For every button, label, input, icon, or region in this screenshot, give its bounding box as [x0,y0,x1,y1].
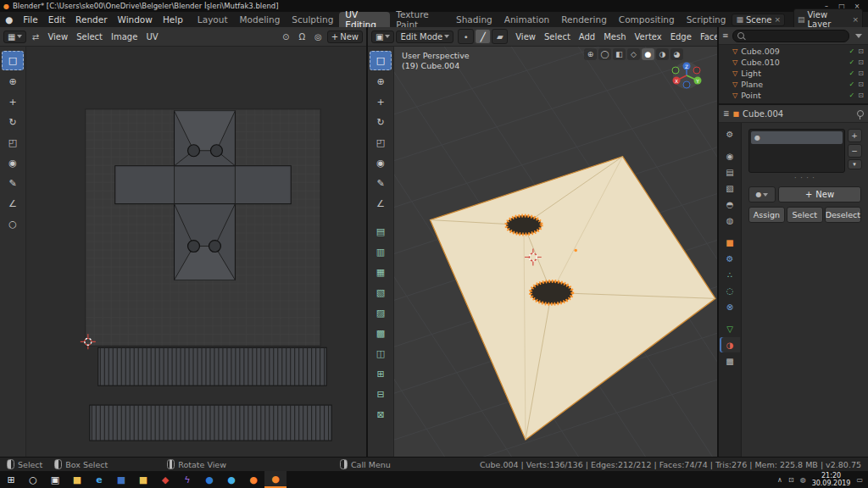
tool-extrude[interactable]: ▤ [370,223,391,241]
app-blue-icon[interactable]: ■ [110,471,132,488]
menu-file[interactable]: File [18,12,43,27]
uv-tool-scale[interactable]: ◰ [3,134,23,152]
viewport-canvas[interactable] [394,47,717,458]
menu-edit[interactable]: Edit [43,12,70,27]
hole-1[interactable] [506,216,541,235]
tab-render[interactable]: ◉ [720,148,740,164]
tab-texture[interactable]: ▩ [720,353,740,369]
tab-shading[interactable]: Shading [450,12,498,27]
edge-browser-icon[interactable]: e [88,471,110,488]
shading-material-icon[interactable]: ◑ [656,48,669,60]
tool-move[interactable]: + [370,93,391,111]
menu-help[interactable]: Help [158,12,188,27]
slot-specials-button[interactable]: ▾ [848,159,862,169]
uv-menu-image[interactable]: Image [108,32,141,42]
checkbox-icon[interactable]: ✓ [849,92,855,99]
start-button[interactable]: ⊞ [0,471,22,488]
uv-tool-measure[interactable]: ∠ [3,195,23,213]
uv-tool-move[interactable]: + [3,93,23,111]
tab-material[interactable]: ◑ [720,337,740,352]
outliner-search-field[interactable] [732,30,849,42]
tab-modeling[interactable]: Modeling [234,12,287,27]
vp-menu-select[interactable]: Select [541,32,574,42]
browse-material-button[interactable]: ● [748,186,776,202]
tool-edge-slide[interactable]: ⊟ [370,385,391,403]
uv-tool-transform[interactable]: ◉ [3,154,23,172]
remove-slot-button[interactable]: − [848,144,862,158]
taskbar-clock[interactable]: 21:20 30.09.2019 [812,472,851,487]
vp-menu-add[interactable]: Add [576,32,598,42]
vp-menu-mesh[interactable]: Mesh [600,32,629,42]
app-blue-2-icon[interactable]: ● [198,471,220,488]
tool-inset[interactable]: ▥ [370,243,391,261]
shading-solid-icon[interactable]: ● [642,48,654,60]
tool-knife[interactable]: ▨ [370,304,391,322]
tab-world[interactable]: ◍ [720,213,740,228]
new-material-button[interactable]: + New [778,186,861,202]
render-visibility-icon[interactable]: ⊡ [858,58,864,66]
checkbox-icon[interactable]: ✓ [849,47,855,55]
tab-rendering[interactable]: Rendering [555,12,613,27]
uv-sync-toggle[interactable]: ⇄ [28,30,42,43]
outliner-editor-icon[interactable]: ≡ [722,31,729,40]
navigation-gizmo[interactable]: Z X Y [670,58,704,92]
shading-wireframe-icon[interactable]: ◇ [627,48,640,60]
blender-taskbar-icon[interactable]: ● [264,471,287,488]
uv-menu-uv[interactable]: UV [142,32,161,42]
resize-grip[interactable]: · · · · [794,177,815,180]
vp-menu-view[interactable]: View [512,32,539,42]
tab-output[interactable]: ▤ [720,164,740,180]
tab-scripting[interactable]: Scripting [681,12,732,27]
vp-menu-vertex[interactable]: Vertex [632,32,665,42]
tool-shrink-fatten[interactable]: ⊠ [370,406,391,424]
face-select-button[interactable]: ▰ [492,29,508,44]
vertex-select-button[interactable]: ∙ [458,29,474,44]
gizmo-toggle-icon[interactable]: ⊕ [584,48,597,60]
uv-tool-rotate[interactable]: ↻ [3,114,23,131]
file-explorer-icon[interactable]: ■ [66,471,88,488]
tool-loop-cut[interactable]: ▧ [370,284,391,302]
scene-unlink-icon[interactable]: × [774,15,781,24]
firefox-icon[interactable]: ● [242,471,264,488]
tray-expand-icon[interactable]: ∧ [777,476,782,484]
render-visibility-icon[interactable]: ⊡ [858,92,864,99]
task-view-button[interactable]: ▣ [44,471,66,488]
select-button[interactable]: Select [787,207,823,223]
tab-texture-paint[interactable]: Texture Paint [390,12,450,27]
tab-animation[interactable]: Animation [498,12,556,27]
uv-tool-pan[interactable]: ○ [3,215,23,233]
scene-selector[interactable]: ▦ Scene × [732,14,785,26]
tab-modifiers[interactable]: ⚙ [720,251,740,266]
folder-icon[interactable]: ■ [132,471,154,488]
pivot-point-button[interactable]: ⊙ [279,30,293,43]
xray-toggle-icon[interactable]: ◧ [613,48,626,60]
uv-menu-view[interactable]: View [44,32,71,42]
outliner-item-cube009[interactable]: ▽ Cube.009 ✓ ⊡ [719,46,868,57]
viewport-editor-type-button[interactable]: ▣ [371,30,394,43]
tab-uv-editing[interactable]: UV Editing [339,12,390,27]
tab-particles[interactable]: ∴ [720,267,740,282]
assign-button[interactable]: Assign [748,207,785,223]
tab-sculpting[interactable]: Sculpting [286,12,339,27]
tab-object[interactable]: ■ [720,235,740,250]
tab-scene[interactable]: ◓ [720,197,740,212]
tool-spin[interactable]: ◫ [370,345,391,363]
search-button[interactable]: ○ [22,471,44,488]
outliner-item-point[interactable]: ▽ Point ✓ ⊡ [719,90,868,101]
menu-window[interactable]: Window [112,12,157,27]
overlays-toggle-icon[interactable]: ◯ [598,48,611,60]
render-visibility-icon[interactable]: ⊡ [858,47,864,55]
tool-poly-build[interactable]: ▩ [370,324,391,342]
new-image-button[interactable]: + New [327,30,363,43]
menu-render[interactable]: Render [70,12,112,27]
pin-icon[interactable] [857,110,864,117]
outliner-item-cube010[interactable]: ▽ Cube.010 ✓ ⊡ [719,57,868,68]
uv-menu-select[interactable]: Select [73,32,106,42]
tab-layout[interactable]: Layout [192,12,234,27]
blender-menu-button[interactable]: ● [0,12,18,27]
tab-view-layer[interactable]: ▧ [720,180,740,196]
tool-measure[interactable]: ∠ [370,195,391,213]
proportional-edit-button[interactable]: ◎ [311,30,326,43]
checkbox-icon[interactable]: ✓ [849,58,855,66]
uv-tool-annotate[interactable]: ✎ [3,175,23,192]
